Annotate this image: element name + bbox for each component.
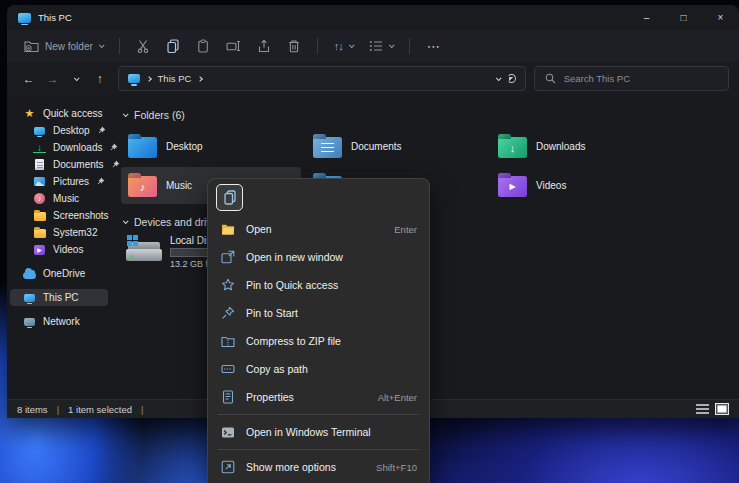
- music-icon: ♪: [33, 192, 46, 205]
- sidebar-item-documents[interactable]: Documents: [10, 156, 108, 173]
- sidebar-item-music[interactable]: ♪ Music: [10, 190, 108, 207]
- address-bar: ← → ↑ This PC Search This PC: [7, 62, 739, 95]
- cut-button[interactable]: [129, 35, 157, 57]
- menu-label: Copy as path: [246, 363, 308, 375]
- menu-item-open-in-windows-terminal[interactable]: Open in Windows Terminal: [208, 418, 429, 446]
- menu-shortcut: Alt+Enter: [378, 392, 417, 403]
- menu-item-properties[interactable]: Properties Alt+Enter: [208, 383, 429, 411]
- menu-label: Pin to Start: [246, 307, 298, 319]
- tile-desktop[interactable]: Desktop: [121, 128, 301, 165]
- menu-item-show-more-options[interactable]: Show more options Shift+F10: [208, 453, 429, 481]
- sidebar-item-system32[interactable]: System32: [10, 224, 108, 241]
- sidebar-item-quick-access[interactable]: ★ Quick access: [10, 105, 108, 122]
- sort-button[interactable]: ↑↓: [327, 36, 360, 56]
- recent-locations-button[interactable]: [64, 67, 88, 91]
- delete-button[interactable]: [280, 35, 308, 57]
- document-icon: [33, 158, 46, 171]
- sidebar-label: This PC: [43, 292, 79, 303]
- maximize-button[interactable]: □: [665, 5, 702, 30]
- address-dropdown-icon[interactable]: [496, 75, 502, 81]
- see-more-button[interactable]: ⋯: [419, 39, 448, 54]
- search-icon: [545, 73, 556, 84]
- view-button[interactable]: [362, 35, 400, 57]
- close-button[interactable]: ×: [702, 5, 739, 30]
- titlebar: This PC – □ ×: [7, 5, 739, 30]
- address-box[interactable]: This PC: [118, 66, 526, 91]
- pc-icon: [23, 291, 36, 304]
- copy-quick-button[interactable]: [216, 184, 243, 211]
- copy-button[interactable]: [159, 35, 187, 57]
- star-icon: [220, 278, 235, 292]
- forward-button[interactable]: →: [41, 67, 65, 91]
- refresh-icon[interactable]: [507, 74, 516, 83]
- star-icon: ★: [23, 107, 36, 120]
- sidebar-label: Music: [53, 193, 79, 204]
- folders-section-header[interactable]: Folders (6): [121, 109, 739, 121]
- menu-item-open-in-new-window[interactable]: Open in new window: [208, 243, 429, 271]
- folder-videos-icon: ▶: [498, 176, 527, 197]
- chevron-down-icon: [389, 42, 395, 48]
- menu-item-compress-to-zip[interactable]: Compress to ZIP file: [208, 327, 429, 355]
- desktop-icon: [33, 124, 46, 137]
- details-view-icon[interactable]: [696, 404, 709, 415]
- path-icon: [220, 362, 235, 376]
- new-window-icon: [220, 250, 235, 264]
- menu-item-copy-as-path[interactable]: Copy as path: [208, 355, 429, 383]
- section-title: Folders (6): [134, 109, 185, 121]
- sidebar-item-this-pc[interactable]: This PC: [10, 289, 108, 306]
- sidebar-item-videos[interactable]: ▶ Videos: [10, 241, 108, 258]
- toolbar-divider: [119, 38, 120, 54]
- selection-count: 1 item selected: [68, 404, 132, 415]
- collapse-icon: [123, 218, 129, 224]
- sidebar-item-screenshots[interactable]: Screenshots: [10, 207, 108, 224]
- share-button[interactable]: [250, 35, 278, 57]
- sidebar-label: System32: [53, 227, 97, 238]
- paste-icon: [196, 39, 210, 53]
- this-pc-icon: [128, 74, 140, 83]
- chevron-down-icon: [99, 42, 105, 48]
- new-folder-button[interactable]: New folder: [17, 35, 110, 57]
- menu-shortcut: Enter: [394, 224, 417, 235]
- toolbar-divider: [317, 38, 318, 54]
- folder-downloads-icon: ↓: [498, 137, 527, 158]
- back-button[interactable]: ←: [17, 67, 41, 91]
- hard-drive-icon: [126, 235, 162, 261]
- menu-item-pin-to-quick-access[interactable]: Pin to Quick access: [208, 271, 429, 299]
- tile-videos[interactable]: ▶ Videos: [491, 167, 671, 204]
- cloud-icon: [23, 267, 36, 280]
- rename-button[interactable]: [219, 35, 248, 57]
- large-icons-view-icon[interactable]: [715, 403, 729, 415]
- sidebar-item-pictures[interactable]: Pictures: [10, 173, 108, 190]
- sidebar-label: OneDrive: [43, 268, 85, 279]
- download-icon: ↓: [33, 142, 46, 153]
- folder-documents-icon: [313, 137, 342, 158]
- up-button[interactable]: ↑: [88, 67, 112, 91]
- sidebar-item-network[interactable]: Network: [10, 313, 108, 330]
- tile-downloads[interactable]: ↓ Downloads: [491, 128, 671, 165]
- context-menu-quick-actions: [208, 179, 429, 215]
- minimize-button[interactable]: –: [628, 5, 665, 30]
- sidebar-item-onedrive[interactable]: OneDrive: [10, 265, 108, 282]
- sidebar-label: Network: [43, 316, 80, 327]
- sidebar-item-downloads[interactable]: ↓ Downloads: [10, 139, 108, 156]
- search-box[interactable]: Search This PC: [534, 66, 729, 91]
- sidebar-label: Videos: [53, 244, 83, 255]
- copy-icon: [223, 190, 237, 205]
- breadcrumb-chevron-icon: [198, 76, 204, 82]
- sort-icon: ↑↓: [334, 40, 343, 52]
- desktop-screen: { "window": { "title": "This PC" }, "tit…: [0, 0, 739, 483]
- tile-documents[interactable]: Documents: [306, 128, 486, 165]
- breadcrumb[interactable]: This PC: [158, 73, 192, 84]
- breadcrumb-chevron-icon: [146, 76, 152, 82]
- navigation-pane: ★ Quick access Desktop ↓ Downloads Docum…: [7, 95, 111, 399]
- windows-logo-icon: [127, 235, 138, 246]
- menu-item-open[interactable]: Open Enter: [208, 215, 429, 243]
- menu-item-pin-to-start[interactable]: Pin to Start: [208, 299, 429, 327]
- collapse-icon: [123, 111, 129, 117]
- chevron-down-icon: [74, 75, 80, 81]
- sidebar-label: Desktop: [53, 125, 90, 136]
- menu-label: Show more options: [246, 461, 336, 473]
- sidebar-item-desktop[interactable]: Desktop: [10, 122, 108, 139]
- cut-icon: [136, 39, 150, 53]
- paste-button[interactable]: [189, 35, 217, 57]
